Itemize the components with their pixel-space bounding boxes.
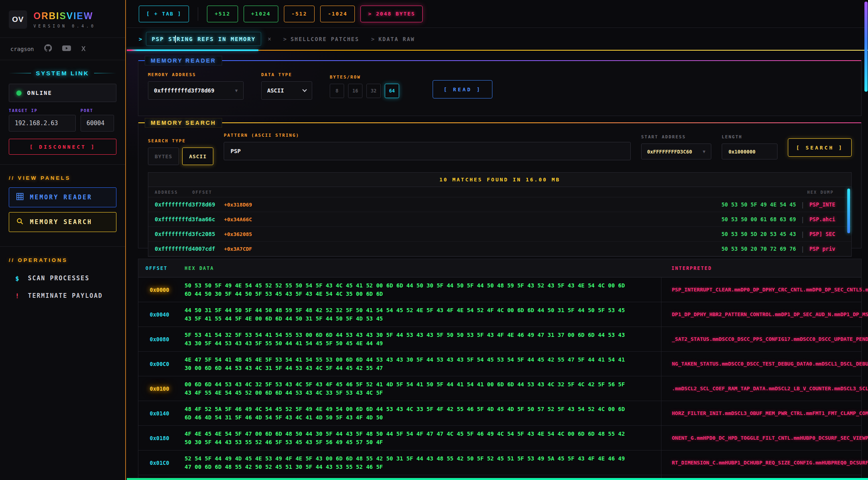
close-icon[interactable]: × <box>268 35 271 43</box>
hex-bytes: 52 54 5F 44 49 4D 45 4E 53 49 4F 4E 5F 4… <box>181 451 661 475</box>
pattern-input[interactable]: PSP <box>224 142 631 160</box>
results-scrollbar[interactable] <box>847 189 850 233</box>
bytes-option-32[interactable]: 32 <box>366 84 381 98</box>
offset-value: 0x01C0 <box>138 460 181 466</box>
bytes-option-16[interactable]: 16 <box>348 84 362 98</box>
read-button[interactable]: [ READ ] <box>433 80 492 98</box>
memory-address-select[interactable]: 0xffffffffd3f78d69 ▼ <box>148 81 244 100</box>
tab-shellcore-patches[interactable]: > SHELLCORE PATCHES <box>283 36 359 42</box>
hex-row: 0x0180 4F 4E 45 4E 54 5F 47 00 6D 6D 48 … <box>138 426 861 450</box>
bytes-option-8[interactable]: 8 <box>330 84 344 98</box>
sidebar-item-label: MEMORY SEARCH <box>30 218 92 226</box>
text-caret <box>175 35 176 43</box>
tab-name-editor[interactable]: PSP STRING REFS IN MEMORY <box>146 32 261 46</box>
length-input[interactable]: 0x1000000 <box>722 144 777 159</box>
search-type-bytes-button[interactable]: BYTES <box>148 148 179 165</box>
offset-value: 0x0080 <box>138 336 181 342</box>
minus-1024-button[interactable]: -1024 <box>320 6 355 22</box>
youtube-icon[interactable] <box>62 45 71 53</box>
chevron-right-icon: > <box>371 36 374 42</box>
bytes-option-64[interactable]: 64 <box>385 84 399 98</box>
tab-psp-string-refs[interactable]: > PSP STRING REFS IN MEMORY × <box>139 32 271 46</box>
magnifier-icon <box>16 218 24 226</box>
start-address-label: START ADDRESS <box>641 134 711 140</box>
tab-kdata-raw[interactable]: > KDATA RAW <box>371 36 415 42</box>
match-row[interactable]: 0xffffffffd3f78d69+0x318D69 50 53 50 5F … <box>148 197 851 212</box>
chevron-down-icon <box>302 87 307 92</box>
plus-512-button[interactable]: +512 <box>207 6 238 22</box>
start-address-select[interactable]: 0xFFFFFFFFD3C60 ▼ <box>641 144 711 159</box>
horizontal-scrollbar[interactable] <box>127 478 868 480</box>
match-row[interactable]: 0xffffffffd3faa66c+0x34A66C 50 53 50 00 … <box>148 212 851 227</box>
author-name: cragson <box>10 46 34 52</box>
bytes-2048-button[interactable]: > 2048 BYTES <box>360 6 423 22</box>
operations-section: // OPERATIONS $ SCAN PROCESSES ! TERMINA… <box>0 247 125 314</box>
offset-value: 0x0140 <box>138 410 181 417</box>
hex-bytes: 4F 4E 45 4E 54 5F 47 00 6D 6D 48 50 44 3… <box>181 426 661 450</box>
sidebar-item-label: MEMORY READER <box>30 194 92 201</box>
target-ip-label: TARGET IP <box>9 108 76 113</box>
sidebar-item-memory-search[interactable]: MEMORY SEARCH <box>9 212 116 232</box>
chevron-right-icon: > <box>283 36 286 42</box>
offset-value: 0x0040 <box>138 311 181 318</box>
port-label: PORT <box>81 108 114 113</box>
interpreted-string: .mmDSCL2_SCL_COEF_RAM_TAP_DATA.mmDSCL2_L… <box>661 376 861 401</box>
offset-value: 0x0000 <box>138 287 181 293</box>
address-column-header: ADDRESS <box>155 190 178 195</box>
sidebar-item-memory-reader[interactable]: MEMORY READER <box>9 187 116 207</box>
interpreted-column-header: INTERPRETED <box>661 266 861 271</box>
content: MEMORY READER MEMORY ADDRESS 0xffffffffd… <box>127 51 868 480</box>
search-type-label: SEARCH TYPE <box>148 138 213 144</box>
x-icon[interactable]: X <box>81 45 86 53</box>
system-link-title: SYSTEM LINK <box>36 70 89 77</box>
terminate-payload-button[interactable]: ! TERMINATE PAYLOAD <box>9 287 116 305</box>
brand: OV ORBISVIEW VERSION 0.4.0 <box>0 0 125 38</box>
match-row[interactable]: 0xffffffffd4007cdf+0x3A7CDF 50 53 50 20 … <box>148 242 851 256</box>
results-banner: 10 MATCHES FOUND IN 16.00 MB <box>148 173 851 187</box>
offset-column-header: OFFSET <box>138 266 181 271</box>
memory-search-panel: MEMORY SEARCH SEARCH TYPE BYTES ASCII PA… <box>138 122 862 248</box>
page-scrollbar[interactable] <box>864 2 868 92</box>
hex-row: 0x0080 5F 53 41 54 32 5F 53 54 41 54 55 … <box>138 327 861 352</box>
plus-1024-button[interactable]: +1024 <box>244 6 278 22</box>
new-tab-button[interactable]: [ + TAB ] <box>139 6 189 22</box>
port-field[interactable]: 60004 <box>81 115 114 132</box>
divider <box>9 73 31 73</box>
match-row[interactable]: 0xffffffffd3fc2085+0x362085 50 53 50 5D … <box>148 227 851 242</box>
target-ip-field[interactable]: 192.168.2.63 <box>9 115 76 132</box>
operations-title: // OPERATIONS <box>9 257 116 263</box>
disconnect-button[interactable]: [ DISCONNECT ] <box>9 139 116 155</box>
data-type-select[interactable]: ASCII <box>261 81 312 100</box>
bytes-row-label: BYTES/ROW <box>330 75 399 80</box>
search-results: 10 MATCHES FOUND IN 16.00 MB ADDRESS OFF… <box>148 172 852 257</box>
social-row: cragson X <box>0 38 125 60</box>
connection-status: ONLINE <box>9 84 116 102</box>
results-header: ADDRESS OFFSET HEX DUMP <box>148 187 851 197</box>
status-label: ONLINE <box>27 90 52 96</box>
memory-reader-panel: MEMORY READER MEMORY ADDRESS 0xffffffffd… <box>138 60 862 116</box>
view-panels-section: // VIEW PANELS MEMORY READER MEMORY SEAR… <box>0 165 125 247</box>
memory-address-label: MEMORY ADDRESS <box>148 72 244 77</box>
minus-512-button[interactable]: -512 <box>284 6 315 22</box>
data-type-label: DATA TYPE <box>261 72 312 77</box>
hex-viewer: OFFSET HEX DATA INTERPRETED 0x0000 50 53… <box>138 259 862 480</box>
status-dot <box>16 90 22 96</box>
search-button[interactable]: [ SEARCH ] <box>788 138 852 157</box>
op-label: TERMINATE PAYLOAD <box>28 292 103 299</box>
search-type-ascii-button[interactable]: ASCII <box>182 148 213 165</box>
scan-processes-button[interactable]: $ SCAN PROCESSES <box>9 270 116 287</box>
panel-accent-line <box>138 122 861 123</box>
hex-row: 0x0140 48 4F 52 5A 5F 46 49 4C 54 45 52 … <box>138 401 861 426</box>
hex-bytes: 44 50 31 5F 44 50 5F 44 50 48 59 5F 48 4… <box>181 303 661 327</box>
dropdown-arrow-icon: ▼ <box>703 149 705 154</box>
offset-value: 0x0100 <box>138 386 181 392</box>
hex-bytes: 00 6D 6D 44 53 43 4C 32 5F 53 43 4C 5F 4… <box>181 377 661 401</box>
app-version: VERSION 0.4.0 <box>33 24 96 28</box>
hex-row: 0x0100 00 6D 6D 44 53 43 4C 32 5F 53 43 … <box>138 376 861 401</box>
offset-value: 0x0180 <box>138 435 181 441</box>
toolbar: [ + TAB ] +512 +1024 -512 -1024 > 2048 B… <box>127 0 868 28</box>
github-icon[interactable] <box>44 44 52 53</box>
panel-title: MEMORY READER <box>145 56 222 65</box>
toolbar-divider <box>198 7 198 21</box>
pattern-label: PATTERN (ASCII STRING) <box>224 133 631 138</box>
